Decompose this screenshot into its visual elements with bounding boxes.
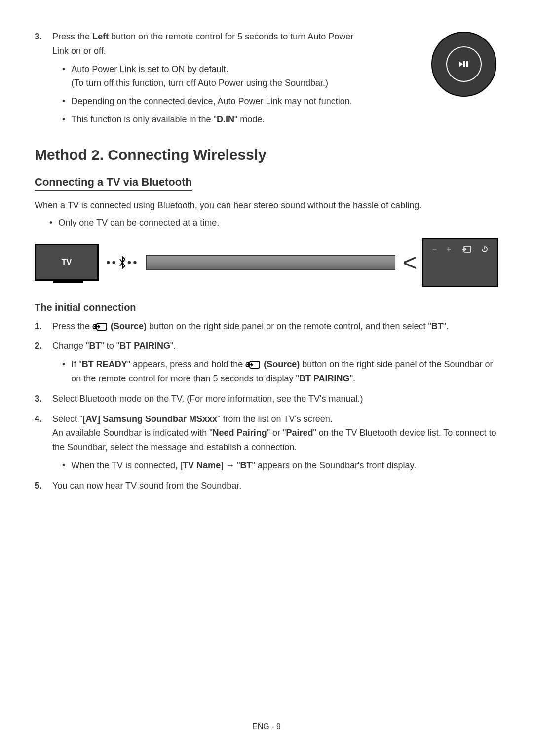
step-3: 3. Press the Left button on the remote c… xyxy=(35,30,498,127)
soundbar-illustration xyxy=(146,255,395,270)
step-text: Press the Left button on the remote cont… xyxy=(52,32,353,56)
section-heading: The initial connection xyxy=(35,302,498,313)
source-icon xyxy=(245,360,261,370)
step-4: 4. Select "[AV] Samsung Soundbar MSxxx" … xyxy=(35,412,498,473)
step-3b: 3. Select Bluetooth mode on the TV. (For… xyxy=(35,392,498,406)
bullet-item: • When the TV is connected, [TV Name] → … xyxy=(62,458,498,473)
sub-heading: Connecting a TV via Bluetooth xyxy=(35,176,192,191)
bluetooth-icon: •• •• xyxy=(106,256,139,269)
control-panel-illustration: − + xyxy=(422,238,498,287)
angle-bracket-icon: < xyxy=(403,248,417,277)
tv-illustration: TV xyxy=(35,244,99,281)
step-5: 5. You can now hear TV sound from the So… xyxy=(35,479,498,493)
step-2: 2. Change "BT" to "BT PAIRING". • If "BT… xyxy=(35,339,498,385)
bullet-item: • This function is only available in the… xyxy=(62,113,368,127)
bullet-item: • Auto Power Link is set to ON by defaul… xyxy=(62,62,368,91)
step-number: 3. xyxy=(35,30,46,127)
remote-control-illustration xyxy=(429,30,498,99)
bullet-item: • Depending on the connected device, Aut… xyxy=(62,94,368,109)
method-heading: Method 2. Connecting Wirelessly xyxy=(35,147,498,163)
intro-text: When a TV is connected using Bluetooth, … xyxy=(35,198,498,213)
page-footer: ENG - 9 xyxy=(0,722,533,731)
source-icon xyxy=(92,322,108,332)
bullet-item: • Only one TV can be connected at a time… xyxy=(49,218,498,228)
connection-diagram: TV •• •• < − + xyxy=(35,238,498,287)
bullet-item: • If "BT READY" appears, press and hold … xyxy=(62,357,498,386)
step-1: 1. Press the (Source) button on the righ… xyxy=(35,319,498,334)
svg-rect-3 xyxy=(463,61,465,67)
svg-rect-4 xyxy=(466,61,468,67)
